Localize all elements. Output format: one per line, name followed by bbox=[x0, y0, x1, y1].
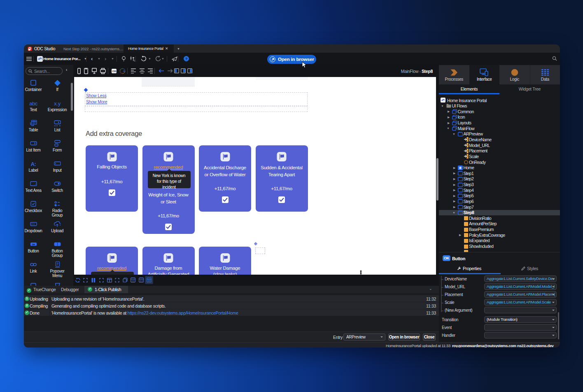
svg-text:CSS: CSS bbox=[112, 70, 117, 72]
svg-text:OK: OK bbox=[32, 243, 35, 246]
svg-text:?: ? bbox=[185, 56, 188, 61]
